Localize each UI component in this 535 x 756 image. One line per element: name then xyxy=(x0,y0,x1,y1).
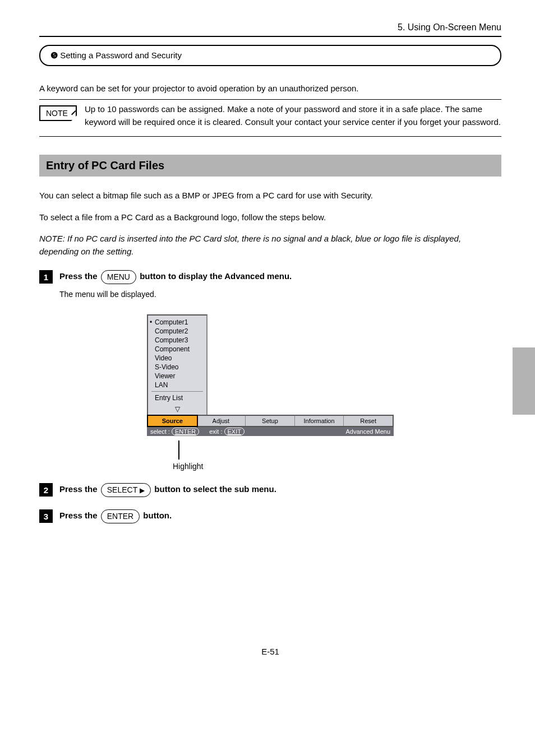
note-body: Up to 10 passwords can be assigned. Make… xyxy=(85,103,501,128)
osd-tab-bar: Source Adjust Setup Information Reset xyxy=(147,415,394,427)
annotation-line xyxy=(178,440,179,460)
osd-tab-setup[interactable]: Setup xyxy=(246,416,295,426)
section-title: Entry of PC Card Files xyxy=(39,155,501,177)
note-icon: NOTE xyxy=(39,105,77,121)
annotation-label: Highlight xyxy=(173,460,394,471)
osd-annotation: Highlight xyxy=(147,440,394,471)
menu-key-label: MENU xyxy=(107,271,130,283)
section-intro-1: You can select a bitmap file such as a B… xyxy=(39,189,501,202)
osd-dropdown-divider xyxy=(151,391,203,392)
step-2-number: 2 xyxy=(39,483,53,497)
note-label: NOTE xyxy=(46,109,68,118)
step-1: 1 Press the MENU button to display the A… xyxy=(39,270,501,284)
osd-status-exit-label: exit : xyxy=(209,428,222,435)
osd-tab-adjust[interactable]: Adjust xyxy=(197,416,246,426)
step-1-text-after: button to display the Advanced menu. xyxy=(140,272,292,281)
osd-item-viewer[interactable]: Viewer xyxy=(148,372,206,381)
osd-item-computer3[interactable]: Computer3 xyxy=(148,336,206,345)
osd-item-computer1[interactable]: Computer1 xyxy=(148,318,206,327)
osd-status-right: Advanced Menu xyxy=(346,428,391,435)
osd-item-computer2[interactable]: Computer2 xyxy=(148,327,206,336)
osd-status-bar: select : ENTER exit : EXIT Advanced Menu xyxy=(147,427,394,436)
step-2-text-after: button to select the sub menu. xyxy=(154,485,276,494)
osd-item-entrylist[interactable]: Entry List xyxy=(148,393,206,402)
step-3: 3 Press the ENTER button. xyxy=(39,509,501,523)
step-2-text-before: Press the xyxy=(59,485,100,494)
osd-item-lan[interactable]: LAN xyxy=(148,381,206,389)
security-lead-text: A keyword can be set for your projector … xyxy=(39,82,501,95)
page-number: E-51 xyxy=(261,647,279,656)
osd-status-select-label: select : xyxy=(150,428,170,435)
osd-item-svideo[interactable]: S-Video xyxy=(148,363,206,372)
triangle-right-icon: ▶ xyxy=(140,485,145,495)
osd-status-enter-key: ENTER xyxy=(172,428,199,435)
step-2: 2 Press the SELECT ▶ button to select th… xyxy=(39,483,501,497)
osd-item-video[interactable]: Video xyxy=(148,354,206,363)
osd-screenshot: Computer1 Computer2 Computer3 Component … xyxy=(39,314,501,436)
step-3-number: 3 xyxy=(39,509,53,523)
side-chapter-tab xyxy=(513,347,535,415)
step-3-text-after: button. xyxy=(143,511,172,521)
select-key-label: SELECT xyxy=(107,484,137,496)
section-inline-note: NOTE: If no PC card is inserted into the… xyxy=(39,232,501,258)
osd-source-dropdown[interactable]: Computer1 Computer2 Computer3 Component … xyxy=(147,314,207,406)
enter-key-label: ENTER xyxy=(107,511,133,522)
osd-tab-information[interactable]: Information xyxy=(295,416,344,426)
page-header: 5. Using On-Screen Menu xyxy=(39,22,501,37)
step-1-sub: The menu will be displayed. xyxy=(59,290,501,299)
osd-item-component[interactable]: Component xyxy=(148,345,206,354)
section-intro-2: To select a file from a PC Card as a Bac… xyxy=(39,211,501,224)
chevron-down-icon: ▽ xyxy=(175,405,180,413)
osd-dropdown-more-arrow[interactable]: ▽ xyxy=(147,405,207,415)
note-block: NOTE Up to 10 passwords can be assigned.… xyxy=(39,99,501,137)
enter-key-pill: ENTER xyxy=(101,509,140,523)
security-heading: Setting a Password and Security xyxy=(60,50,182,60)
section-number: ❺ xyxy=(50,50,58,60)
osd-tab-source[interactable]: Source xyxy=(147,415,198,427)
security-section-box: ❺ Setting a Password and Security xyxy=(39,45,501,66)
select-right-key-pill: SELECT ▶ xyxy=(101,483,151,497)
osd-status-exit-key: EXIT xyxy=(224,428,245,435)
step-3-text-before: Press the xyxy=(59,511,100,521)
step-1-text-before: Press the xyxy=(59,272,100,281)
chapter-title: 5. Using On-Screen Menu xyxy=(398,22,501,32)
osd-tab-reset[interactable]: Reset xyxy=(344,416,393,426)
page-footer: E-51 xyxy=(39,647,501,656)
menu-key-pill: MENU xyxy=(101,270,136,284)
step-1-number: 1 xyxy=(39,270,53,284)
